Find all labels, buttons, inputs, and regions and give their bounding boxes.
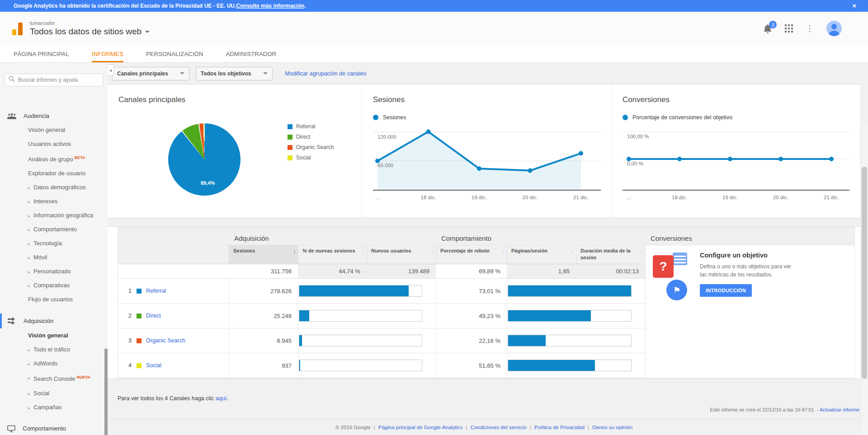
tab-pagina-principal[interactable]: PÁGINA PRINCIPAL	[14, 45, 69, 62]
sidebar-item-vision-general[interactable]: Visión general	[0, 123, 108, 137]
tab-informes[interactable]: INFORMES	[92, 45, 123, 62]
sessions-card-title: Sesiones	[373, 95, 600, 104]
sidebar-scrollbar-thumb[interactable]	[104, 349, 108, 435]
sidebar-item-usuarios-activos[interactable]: Usuarios activos	[0, 137, 108, 151]
sidebar-item-movil[interactable]: ▸Móvil	[0, 250, 108, 264]
sidebar-item-campanas[interactable]: ▸Campañas	[0, 400, 108, 414]
svg-text:0,00 %: 0,00 %	[627, 161, 643, 166]
vertical-scrollbar-thumb[interactable]	[862, 167, 867, 379]
vertical-scrollbar[interactable]	[860, 126, 868, 435]
card-canales-principales: Canales principales 89,4% ReferralDirect…	[108, 84, 362, 218]
tab-administrador[interactable]: ADMINISTRADOR	[226, 45, 277, 62]
notifications-bell-icon[interactable]: 3	[763, 23, 772, 33]
sort-icon: ↓	[571, 248, 574, 254]
sidebar-item-todo-el-trafico[interactable]: ▸Todo el tráfico	[0, 342, 108, 356]
legend-label: Organic Search	[296, 144, 334, 150]
sidebar-section-label: Adquisición	[24, 318, 54, 324]
report-controls: Canales principales Todos los objetivos …	[108, 63, 860, 84]
legend-swatch-icon	[288, 124, 292, 129]
column-header-nuevos-usuarios[interactable]: Nuevos usuarios ↓	[367, 245, 436, 264]
view-all-link[interactable]: aquí	[216, 395, 226, 402]
column-header-paginas-sesion[interactable]: Páginas/sesión ↓	[507, 245, 576, 264]
account-selector[interactable]: tumarcador Todos los datos de sitios web	[30, 20, 150, 37]
sidebar-collapse-toggle[interactable]: ◂	[108, 64, 114, 76]
search-input[interactable]	[18, 77, 99, 83]
apps-grid-icon[interactable]	[785, 24, 793, 33]
column-header-sesiones[interactable]: Sesiones ↓	[229, 245, 298, 264]
sidebar-item-social[interactable]: ▸Social	[0, 386, 108, 400]
privacy-more-info-link[interactable]: Consulte más información	[236, 3, 304, 9]
channel-link-social[interactable]: Social	[146, 362, 161, 369]
sidebar-item-tecnologia[interactable]: ▸Tecnología	[0, 236, 108, 250]
sessions-value: 6.945	[229, 328, 298, 353]
google-analytics-page: Google Analytics ha obtenido la certific…	[0, 0, 868, 435]
card-sesiones: Sesiones Sesiones 120.00060.000...18 dic…	[362, 84, 611, 218]
sidebar-item-label: Visión general	[28, 126, 65, 133]
sidebar-item-explorador-de-usuario[interactable]: Explorador de usuario	[0, 166, 108, 180]
channel-link-direct[interactable]: Direct	[146, 313, 161, 319]
x-axis-label: 21 dic.	[565, 195, 597, 200]
edit-channel-grouping-link[interactable]: Modificar agrupación de canales	[285, 70, 367, 77]
channel-link-referral[interactable]: Referral	[146, 288, 166, 294]
sidebar-item-datos-demograficos[interactable]: ▸Datos demográficos	[0, 180, 108, 194]
footer-link-denos-su-opinion[interactable]: Denos su opinión	[592, 425, 632, 430]
sidebar-item-informacion-geografica[interactable]: ▸Información geográfica	[0, 208, 108, 222]
question-mark-icon: ?	[653, 255, 674, 278]
sessions-value: 25.248	[229, 304, 298, 328]
overflow-menu-icon[interactable]: ⋮	[806, 24, 814, 33]
column-header-porcentaje-rebote[interactable]: Porcentaje de rebote ↓	[436, 245, 507, 264]
group-header-empty	[118, 227, 229, 245]
sidebar-section-adquisicion[interactable]: Adquisición	[0, 313, 108, 328]
banner-close-icon[interactable]: ×	[852, 1, 856, 10]
sessions-bar-box	[299, 335, 422, 346]
sidebar-item-intereses[interactable]: ▸Intereses	[0, 194, 108, 208]
legend-swatch-icon	[288, 145, 292, 150]
legend-item-social: Social	[288, 154, 334, 161]
footer-link-pagina-principal-de-google-analytics[interactable]: Página principal de Google Analytics	[378, 425, 463, 430]
privacy-banner-suffix: .	[304, 3, 306, 9]
chevron-down-icon	[180, 72, 184, 75]
sidebar-item-personalizado[interactable]: ▸Personalizado	[0, 264, 108, 278]
sidebar: AudienciaVisión generalUsuarios activosA…	[0, 63, 108, 435]
footer-link-condiciones-del-servicio[interactable]: Condiciones del servicio	[471, 425, 527, 430]
avatar[interactable]	[826, 21, 842, 36]
sidebar-section-comportamiento[interactable]: Comportamiento	[0, 421, 108, 435]
channel-group-dropdown[interactable]: Canales principales	[112, 67, 189, 80]
analytics-logo-icon	[10, 21, 25, 38]
sidebar-item-label: Campañas	[33, 404, 62, 411]
table-row-channel-referral: 1Referral	[118, 279, 229, 304]
goals-dropdown[interactable]: Todos los objetivos	[196, 67, 273, 80]
footer-link-politica-de-privacidad[interactable]: Política de Privacidad	[534, 425, 585, 430]
table-row-channel-organic-search: 3Organic Search	[118, 328, 229, 353]
badge-nueva: NUEVA	[77, 375, 91, 379]
svg-text:100,00 %: 100,00 %	[627, 134, 649, 139]
sidebar-item-flujo-de-usuarios[interactable]: Flujo de usuarios	[0, 292, 108, 306]
svg-text:120.000: 120.000	[377, 134, 396, 140]
sidebar-item-analisis-de-grupo[interactable]: Análisis de grupoBETA	[0, 151, 108, 166]
column-header-nuevas-sesiones[interactable]: % de nuevas sesiones ↓	[298, 245, 367, 264]
expand-arrow-icon: ▸	[28, 346, 30, 354]
channel-link-organic-search[interactable]: Organic Search	[146, 337, 185, 344]
tab-personalizacion[interactable]: PERSONALIZACIÓN	[146, 45, 203, 62]
search-box[interactable]	[5, 74, 103, 86]
report-created-text: Este informe se creó el 22/12/16 a las 1…	[710, 407, 820, 412]
pie-slice-label: 89,4%	[201, 180, 215, 186]
refresh-report-link[interactable]: Actualizar informe	[820, 407, 859, 412]
introduction-button[interactable]: INTRODUCCIÓN	[700, 284, 752, 297]
sidebar-item-search-console[interactable]: ▸Search ConsoleNUEVA	[0, 370, 108, 386]
sidebar-item-comparativas[interactable]: ▸Comparativas	[0, 278, 108, 292]
sort-icon: ↓	[502, 248, 505, 254]
totals-row-label	[118, 264, 229, 279]
sidebar-item-label: Visión general	[28, 332, 68, 339]
sidebar-section-audiencia[interactable]: Audiencia	[0, 109, 108, 123]
expand-arrow-icon: ▸	[28, 226, 30, 234]
conversions-legend: Porcentaje de conversiones del objetivo	[623, 114, 849, 121]
legend-item-direct: Direct	[288, 134, 334, 140]
sidebar-item-comportamiento[interactable]: ▸Comportamiento	[0, 222, 108, 236]
goals-dropdown-label: Todos los objetivos	[201, 70, 251, 77]
sidebar-item-vision-general[interactable]: Visión general	[0, 328, 108, 342]
total-avg-duration: 00:02:13	[576, 264, 645, 279]
column-header-duracion-media[interactable]: Duración media de la sesión ↓	[576, 245, 645, 264]
sidebar-item-adwords[interactable]: ▸AdWords	[0, 356, 108, 370]
total-new-users: 139.489	[367, 264, 436, 279]
